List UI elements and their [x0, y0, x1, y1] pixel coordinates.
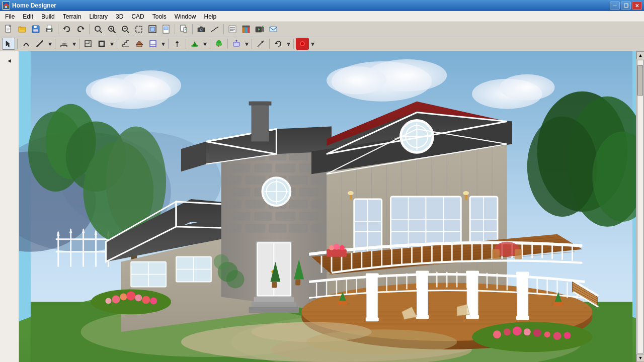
objects-dropdown-button[interactable]: ▾ [244, 38, 250, 50]
menu-cad[interactable]: CAD [127, 12, 148, 21]
svg-point-41 [201, 29, 202, 31]
send-button[interactable] [267, 23, 280, 35]
sep-t8 [227, 39, 228, 49]
measure-button[interactable] [208, 23, 221, 35]
svg-rect-14 [34, 26, 37, 28]
svg-point-97 [327, 66, 387, 95]
room-button[interactable] [146, 38, 159, 50]
svg-rect-82 [218, 45, 219, 47]
svg-rect-173 [224, 224, 242, 233]
room-dropdown-button[interactable]: ▾ [160, 38, 166, 50]
svg-rect-165 [246, 200, 266, 209]
minimize-button[interactable]: ─ [610, 2, 620, 10]
terrain-button[interactable] [188, 38, 201, 50]
arc-tool-button[interactable] [20, 38, 33, 50]
svg-rect-3 [5, 6, 7, 8]
scroll-down-button[interactable]: ▼ [636, 354, 644, 362]
dimension-dropdown-button[interactable]: ▾ [71, 38, 77, 50]
svg-rect-174 [246, 224, 266, 233]
line-dropdown-button[interactable]: ▾ [47, 38, 53, 50]
svg-rect-333 [295, 280, 300, 286]
svg-marker-60 [6, 41, 10, 47]
sep-t6 [186, 39, 186, 49]
library-button[interactable] [239, 23, 253, 35]
new-button[interactable] [2, 23, 15, 35]
rotate-button[interactable] [272, 38, 285, 50]
rotate-dropdown-button[interactable]: ▾ [285, 38, 291, 50]
zoom-in-button[interactable] [105, 23, 118, 35]
menu-window[interactable]: Window [171, 12, 200, 21]
sep-5 [223, 24, 224, 34]
menu-library[interactable]: Library [85, 12, 112, 21]
save-button[interactable] [29, 23, 42, 35]
materials-button[interactable] [226, 23, 239, 35]
menu-3d[interactable]: 3D [112, 12, 127, 21]
svg-point-325 [340, 245, 345, 250]
close-button[interactable]: ✕ [632, 2, 642, 10]
svg-rect-188 [249, 102, 272, 106]
menu-file[interactable]: File [1, 12, 19, 21]
svg-rect-159 [311, 175, 328, 185]
scroll-up-button[interactable]: ▲ [636, 51, 644, 59]
record-button[interactable] [296, 38, 309, 50]
walls-dropdown-button[interactable]: ▾ [109, 38, 115, 50]
svg-point-345 [513, 326, 522, 335]
svg-rect-234 [249, 307, 299, 313]
menu-edit[interactable]: Edit [19, 12, 37, 21]
left-arrow-button[interactable]: ◂ [3, 53, 17, 67]
zoom-out-button[interactable] [119, 23, 132, 35]
roof-button[interactable] [133, 38, 146, 50]
svg-marker-88 [275, 42, 278, 44]
stairs-button[interactable] [119, 38, 132, 50]
terrain-dropdown-button[interactable]: ▾ [202, 38, 208, 50]
zoom-page-button[interactable] [159, 23, 173, 35]
menu-terrain[interactable]: Terrain [59, 12, 86, 21]
arrow-button[interactable] [254, 38, 267, 50]
sep-3 [175, 24, 175, 34]
sep-4 [192, 24, 193, 34]
svg-point-337 [126, 291, 135, 300]
record-dropdown-button[interactable]: ▾ [309, 38, 315, 50]
svg-line-61 [37, 41, 43, 47]
open-button[interactable] [16, 23, 29, 35]
svg-point-350 [564, 332, 571, 339]
menu-tools[interactable]: Tools [148, 12, 171, 21]
svg-point-338 [135, 294, 142, 301]
toolbar-tools: ▾ dim ▾ ▾ ▾ ▾ ▾ [0, 37, 644, 51]
objects-button[interactable] [230, 38, 243, 50]
add-page-button[interactable] [177, 23, 190, 35]
svg-point-358 [306, 329, 457, 354]
plants-button[interactable] [212, 38, 225, 50]
svg-point-341 [150, 297, 157, 304]
undo-button[interactable] [60, 23, 73, 35]
svg-point-225 [348, 191, 354, 195]
svg-rect-279 [366, 317, 379, 321]
svg-rect-151 [231, 163, 251, 172]
camera-button[interactable] [195, 23, 208, 35]
search-button[interactable] [92, 23, 105, 35]
zoom-fit-button[interactable] [146, 23, 159, 35]
svg-rect-52 [245, 27, 247, 33]
redo-button[interactable] [74, 23, 87, 35]
svg-rect-331 [272, 282, 277, 288]
floorplan-button[interactable] [82, 38, 95, 50]
menu-help[interactable]: Help [200, 12, 220, 21]
svg-point-349 [553, 332, 561, 340]
menu-build[interactable]: Build [37, 12, 59, 21]
zoom-box-button[interactable] [132, 23, 145, 35]
line-tool-button[interactable] [33, 38, 46, 50]
render-button[interactable] [253, 23, 266, 35]
elevation-button[interactable] [171, 38, 184, 50]
walls-button[interactable] [95, 38, 108, 50]
sep-1 [58, 24, 58, 34]
print-button[interactable] [43, 23, 56, 35]
svg-rect-72 [137, 45, 142, 47]
svg-rect-282 [416, 315, 429, 319]
restore-button[interactable]: ❐ [621, 2, 631, 10]
scroll-thumb[interactable] [637, 65, 643, 96]
dimension-tool-button[interactable]: dim [57, 38, 70, 50]
sep-t7 [210, 39, 210, 49]
select-tool-button[interactable] [2, 38, 15, 50]
svg-rect-163 [299, 188, 318, 197]
svg-line-25 [113, 31, 115, 33]
